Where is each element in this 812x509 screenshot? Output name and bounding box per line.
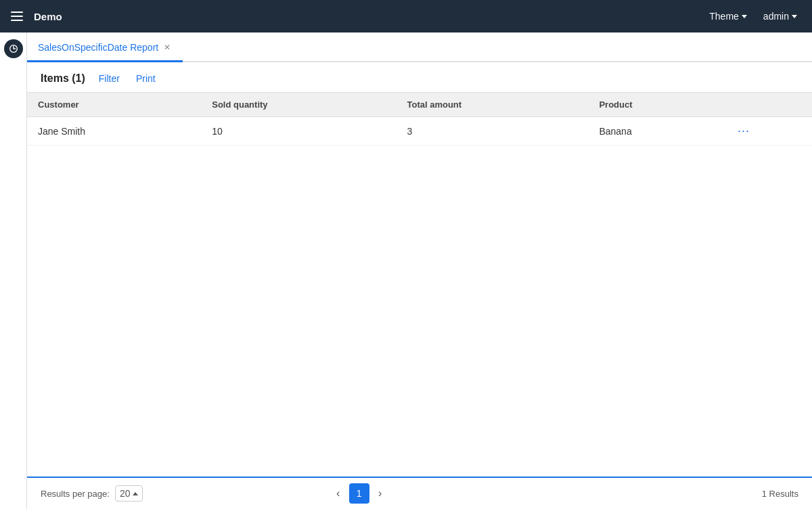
pagination: ‹ 1 ›	[330, 483, 388, 504]
layout: SalesOnSpecificDate Report ✕ Items (1) F…	[0, 32, 812, 509]
footer: Results per page: 20 ‹ 1 › 1 Results	[27, 477, 812, 509]
main-content: SalesOnSpecificDate Report ✕ Items (1) F…	[27, 32, 812, 509]
next-page-button[interactable]: ›	[372, 485, 388, 502]
admin-label: admin	[763, 11, 789, 22]
theme-button[interactable]: Theme	[702, 7, 754, 26]
tab-label: SalesOnSpecificDate Report	[38, 42, 158, 53]
col-sold-quantity: Sold quantity	[201, 93, 396, 117]
per-page-chevron-icon	[133, 492, 138, 495]
table-row: Jane Smith 10 3 Banana ···	[27, 117, 812, 146]
app-title: Demo	[34, 11, 62, 22]
col-product: Product	[588, 93, 726, 117]
admin-chevron-icon	[792, 15, 797, 18]
table-body: Jane Smith 10 3 Banana ···	[27, 117, 812, 146]
admin-button[interactable]: admin	[757, 7, 804, 26]
col-customer: Customer	[27, 93, 201, 117]
navbar: Demo Theme admin	[0, 0, 812, 32]
per-page-value: 20	[120, 488, 131, 499]
data-table: Customer Sold quantity Total amount Prod…	[27, 93, 812, 146]
theme-label: Theme	[709, 11, 739, 22]
row-actions-icon[interactable]: ···	[738, 124, 750, 137]
print-button[interactable]: Print	[133, 72, 158, 85]
theme-chevron-icon	[742, 15, 747, 18]
results-per-page-label: Results per page:	[41, 489, 110, 499]
tab-close-icon[interactable]: ✕	[162, 42, 172, 53]
cell-total-amount: 3	[396, 117, 588, 146]
report-count: (1)	[72, 72, 85, 84]
page-1-button[interactable]: 1	[349, 483, 369, 504]
content-area: Items (1) Filter Print Customer Sold qua…	[27, 62, 812, 477]
col-actions-header	[727, 93, 812, 117]
tab-bar: SalesOnSpecificDate Report ✕	[27, 32, 812, 62]
hamburger-menu-icon[interactable]	[8, 9, 26, 24]
results-per-page: Results per page: 20	[41, 485, 143, 502]
cell-sold-quantity: 10	[201, 117, 396, 146]
cell-row-actions[interactable]: ···	[727, 117, 812, 146]
prev-page-button[interactable]: ‹	[330, 485, 346, 502]
col-total-amount: Total amount	[396, 93, 588, 117]
report-title: Items (1)	[41, 72, 85, 85]
filter-button[interactable]: Filter	[96, 72, 122, 85]
navbar-left: Demo	[8, 9, 62, 24]
results-count: 1 Results	[762, 489, 798, 499]
navbar-right: Theme admin	[702, 7, 804, 26]
cell-product: Banana	[588, 117, 726, 146]
tab-sales-report[interactable]: SalesOnSpecificDate Report ✕	[27, 34, 183, 62]
per-page-select[interactable]: 20	[115, 485, 143, 502]
report-title-text: Items	[41, 72, 69, 84]
sidebar-home-icon[interactable]	[4, 39, 23, 58]
table-header-row: Customer Sold quantity Total amount Prod…	[27, 93, 812, 117]
table-header: Customer Sold quantity Total amount Prod…	[27, 93, 812, 117]
cell-customer: Jane Smith	[27, 117, 201, 146]
report-header: Items (1) Filter Print	[27, 62, 812, 93]
sidebar	[0, 32, 27, 509]
table-container: Customer Sold quantity Total amount Prod…	[27, 93, 812, 477]
